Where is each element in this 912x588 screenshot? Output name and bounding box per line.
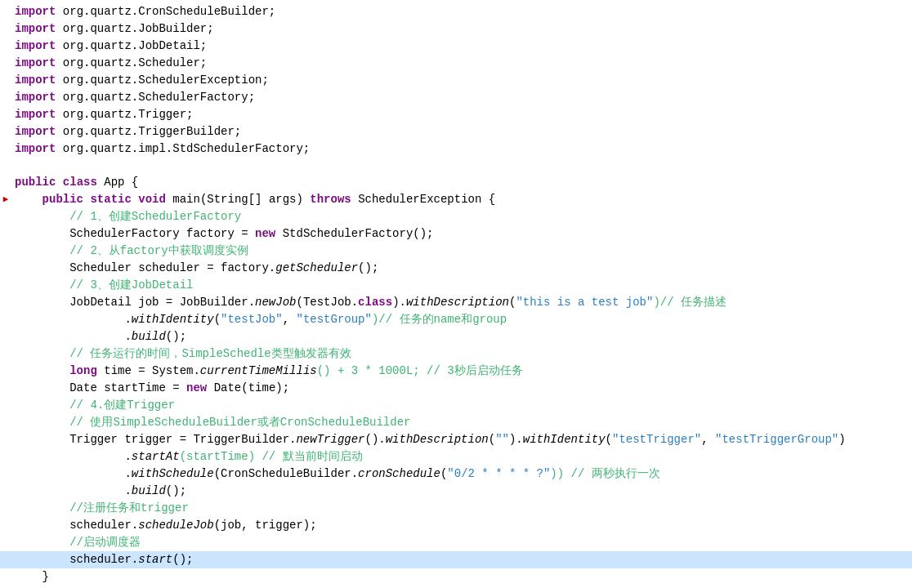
line-content: public static void main(String[] args) t… — [11, 191, 912, 208]
line-arrow — [0, 294, 11, 311]
line-arrow — [0, 208, 11, 225]
line-arrow — [0, 466, 11, 483]
token-method-italic: cronSchedule — [358, 466, 440, 483]
token-method-italic: withDescription — [386, 431, 489, 448]
token-method-italic: newJob — [255, 294, 296, 311]
token-comment: // 3、创建JobDetail — [15, 277, 193, 294]
line-content: .build(); — [11, 328, 912, 345]
token-normal: App { — [97, 174, 138, 191]
token-normal: ( — [489, 431, 495, 448]
token-normal: org.quartz.CronScheduleBuilder; — [56, 3, 275, 20]
line-content: public class App { — [11, 174, 912, 191]
code-line: import org.quartz.Trigger; — [0, 106, 912, 123]
token-normal — [56, 174, 62, 191]
token-kw: import — [15, 89, 56, 106]
token-normal: ). — [509, 431, 523, 448]
line-arrow — [0, 158, 11, 174]
line-content: JobDetail job = JobBuilder.newJob(TestJo… — [11, 294, 912, 311]
token-normal: scheduler. — [15, 517, 138, 534]
token-kw: long — [69, 363, 97, 380]
token-comment: )// 任务的name和group — [372, 311, 507, 328]
token-comment: // 任务运行的时间，SimpleSchedle类型触发器有效 — [15, 345, 351, 363]
line-arrow — [0, 500, 11, 517]
code-line: } — [0, 568, 912, 586]
token-kw: import — [15, 3, 56, 20]
token-normal: org.quartz.impl.StdSchedulerFactory; — [56, 140, 310, 158]
token-comment: () + 3 * 1000L; // 3秒后启动任务 — [317, 363, 523, 380]
line-content: // 1、创建SchedulerFactory — [11, 208, 912, 225]
token-normal: (). — [364, 431, 385, 448]
token-method-italic: withIdentity — [523, 431, 606, 448]
token-method-italic: build — [132, 483, 166, 500]
line-content: import org.quartz.SchedulerException; — [11, 72, 912, 89]
line-arrow — [0, 534, 11, 551]
token-method-italic: newTrigger — [296, 431, 364, 448]
token-string: "testGroup" — [297, 311, 372, 328]
line-arrow — [0, 345, 11, 363]
code-line: scheduler.scheduleJob(job, trigger); — [0, 517, 912, 534]
token-string: "this is a test job" — [516, 294, 653, 311]
line-arrow — [0, 483, 11, 500]
token-normal: Date startTime = — [15, 380, 186, 397]
line-arrow — [0, 260, 11, 277]
token-string: "testTriggerGroup" — [715, 431, 838, 448]
code-line: long time = System.currentTimeMillis() +… — [0, 363, 912, 380]
line-arrow — [0, 277, 11, 294]
code-line: // 任务运行的时间，SimpleSchedle类型触发器有效 — [0, 345, 912, 363]
token-normal: time = System. — [97, 363, 200, 380]
token-method-italic: start — [138, 551, 172, 568]
line-content: import org.quartz.SchedulerFactory; — [11, 89, 912, 106]
code-line: public class App { — [0, 174, 912, 191]
token-kw: throws — [310, 191, 351, 208]
code-line: import org.quartz.TriggerBuilder; — [0, 123, 912, 140]
token-kw: public — [42, 191, 83, 208]
line-arrow — [0, 106, 11, 123]
token-normal: , — [701, 431, 715, 448]
token-kw: import — [15, 20, 56, 38]
token-kw: import — [15, 106, 56, 123]
token-normal: ( — [606, 431, 612, 448]
token-normal — [132, 191, 138, 208]
token-comment: // 2、从factory中获取调度实例 — [15, 243, 248, 260]
token-normal: } — [15, 568, 49, 586]
line-content: } — [11, 568, 912, 586]
code-line: // 4.创建Trigger — [0, 397, 912, 414]
line-arrow — [0, 363, 11, 380]
code-editor: import org.quartz.CronScheduleBuilder;im… — [0, 0, 912, 588]
token-comment: (startTime) // 默当前时间启动 — [180, 448, 363, 466]
code-line: import org.quartz.JobBuilder; — [0, 20, 912, 38]
token-normal: Scheduler scheduler = factory. — [15, 260, 275, 277]
line-content: Scheduler scheduler = factory.getSchedul… — [11, 260, 912, 277]
token-normal: . — [15, 466, 132, 483]
code-line: // 2、从factory中获取调度实例 — [0, 243, 912, 260]
line-arrow — [0, 20, 11, 38]
line-content — [11, 158, 912, 174]
line-content: // 4.创建Trigger — [11, 397, 912, 414]
code-line: //注册任务和trigger — [0, 500, 912, 517]
line-arrow — [0, 3, 11, 20]
token-kw: import — [15, 38, 56, 55]
line-arrow — [0, 551, 11, 568]
line-arrow — [0, 328, 11, 345]
line-arrow: ▶ — [0, 191, 11, 208]
code-line: // 1、创建SchedulerFactory — [0, 208, 912, 225]
code-line: Scheduler scheduler = factory.getSchedul… — [0, 260, 912, 277]
line-content: Date startTime = new Date(time); — [11, 380, 912, 397]
line-arrow — [0, 431, 11, 448]
token-normal: (); — [166, 328, 186, 345]
token-kw: class — [63, 174, 97, 191]
code-line: import org.quartz.Scheduler; — [0, 55, 912, 72]
line-content: scheduler.start(); — [11, 551, 912, 568]
code-line: import org.quartz.impl.StdSchedulerFacto… — [0, 140, 912, 158]
line-arrow — [0, 140, 11, 158]
code-line: // 3、创建JobDetail — [0, 277, 912, 294]
line-content: // 3、创建JobDetail — [11, 277, 912, 294]
code-line: import org.quartz.CronScheduleBuilder; — [0, 3, 912, 20]
code-line: .startAt(startTime) // 默当前时间启动 — [0, 448, 912, 466]
line-content: import org.quartz.Trigger; — [11, 106, 912, 123]
token-normal: (job, trigger); — [214, 517, 317, 534]
line-arrow — [0, 243, 11, 260]
line-arrow — [0, 225, 11, 243]
code-line: // 使用SimpleScheduleBuilder或者CronSchedule… — [0, 414, 912, 431]
token-string: "" — [495, 431, 509, 448]
